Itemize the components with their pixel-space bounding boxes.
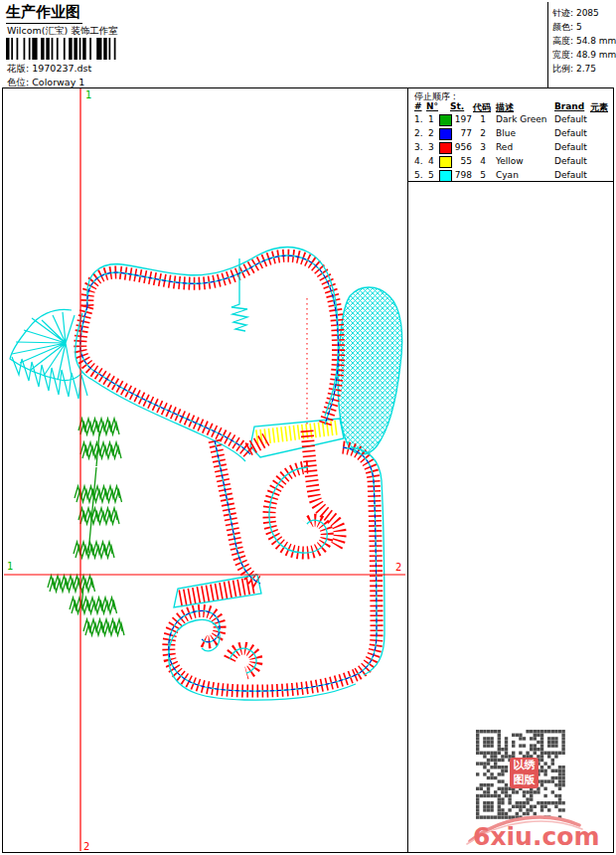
color-swatch: [439, 170, 452, 182]
design-file-value: 1970237.dst: [32, 63, 91, 74]
axis-label-top: 1: [85, 89, 91, 100]
stat-scale: 比例: 2.75: [552, 63, 596, 76]
design-canvas: 1 1 2 2: [3, 88, 407, 852]
design-file-label: 花版:: [7, 63, 29, 74]
header: 生产作业图 Wilcom(汇宝) 装饰工作室 花版: 1970237.dst 色…: [2, 2, 614, 88]
green-stitches: [48, 419, 124, 635]
production-worksheet: 生产作业图 Wilcom(汇宝) 装饰工作室 花版: 1970237.dst 色…: [0, 0, 616, 855]
colorway-value: Colorway 1: [32, 77, 84, 87]
colorway-label: 色位:: [7, 77, 29, 87]
col-elem: 元素: [590, 101, 608, 114]
company-name: Wilcom(汇宝) 装饰工作室: [7, 25, 118, 38]
color-swatch: [439, 156, 452, 168]
col-st: St.: [450, 101, 464, 111]
color-swatch: [439, 142, 452, 154]
color-swatch: [439, 128, 452, 140]
stat-width: 宽度: 48.9 mm: [552, 49, 616, 62]
stat-height: 高度: 54.8 mm: [552, 35, 616, 48]
col-code: 代码: [473, 101, 491, 114]
color-swatch: [439, 114, 452, 126]
panel-divider: [407, 88, 408, 853]
red-satin-stitches: [80, 256, 377, 691]
axis-label-right: 2: [395, 562, 401, 573]
axes: 1 1 2 2: [4, 88, 405, 852]
col-n: N°: [426, 101, 438, 111]
stat-colors: 颜色: 5: [552, 21, 582, 34]
page-title: 生产作业图: [6, 3, 82, 24]
watermark-logo: 6xiu.com: [473, 822, 599, 851]
col-brand: Brand: [554, 101, 584, 111]
design-file-line: 花版: 1970237.dst: [7, 63, 91, 76]
right-ear-stitches: [338, 287, 401, 454]
axis-label-bottom: 2: [83, 841, 89, 852]
design-stats-panel: 针迹: 2085 颜色: 5 高度: 54.8 mm 宽度: 48.9 mm 比…: [547, 2, 616, 87]
col-desc: 描述: [496, 101, 514, 114]
col-hash: #: [414, 101, 422, 111]
qr-seal: 以绣图版: [510, 758, 539, 788]
barcode: [6, 38, 119, 60]
stat-stitches: 针迹: 2085: [552, 7, 599, 20]
axis-label-left: 1: [7, 561, 13, 572]
